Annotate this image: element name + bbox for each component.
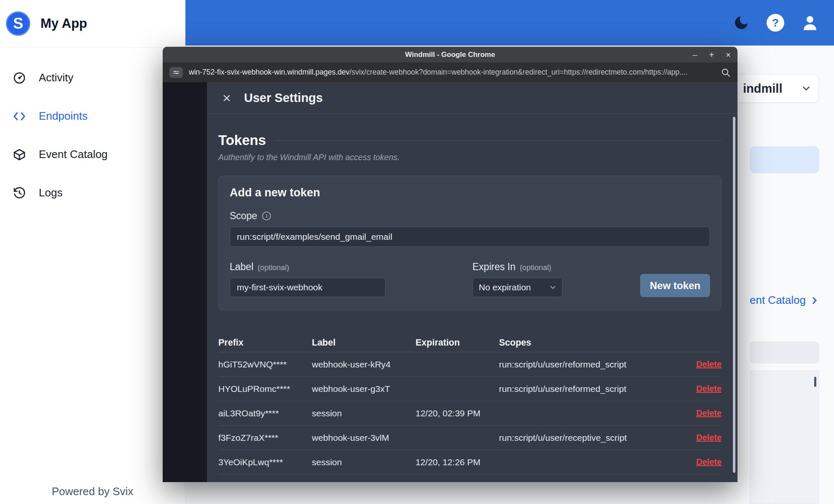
tokens-table: Prefix Label Expiration Scopes hGiT52wVN… [218,334,721,475]
code-brackets-icon [13,110,26,123]
sidebar-item-event-catalog[interactable]: Event Catalog [0,135,185,174]
add-token-card: Add a new token Scope i Label (optional) [218,176,721,310]
expires-select[interactable]: No expiration [472,278,563,297]
token-expiration [416,377,499,401]
token-label-input[interactable] [230,278,386,297]
minimize-button[interactable]: – [693,51,697,59]
token-expiration [416,426,499,450]
token-scopes: run:script/u/user/reformed_script [499,377,683,401]
sidebar-item-label: Event Catalog [39,148,107,161]
delete-token-link[interactable]: Delete [696,457,721,467]
modal-header: × User Settings [207,82,737,114]
close-modal-icon[interactable]: × [218,90,236,106]
user-account-icon[interactable] [801,14,819,32]
info-icon[interactable]: i [262,212,271,220]
delete-token-link[interactable]: Delete [696,408,721,418]
modal-scrollbar[interactable] [733,117,735,473]
history-clock-icon [13,186,26,200]
user-settings-modal: × User Settings Tokens Authentify to the… [207,82,737,482]
label-optional-hint: (optional) [257,263,289,272]
panel-scrollbar[interactable] [814,377,816,387]
browser-toolbar: win-752-fix-svix-webhook-win.windmill.pa… [163,62,737,82]
sidebar-item-logs[interactable]: Logs [0,174,185,212]
token-label: webhook-user-3vlM [312,426,416,450]
sidebar-item-label: Endpoints [39,110,88,123]
url-domain: win-752-fix-svix-webhook-win.windmill.pa… [189,68,349,76]
background-highlight-box [750,146,819,173]
token-prefix: f3FzoZ7raX**** [218,426,312,450]
add-token-title: Add a new token [230,186,710,199]
scope-label: Scope [230,210,257,222]
column-header-expiration: Expiration [416,334,499,352]
delete-token-link[interactable]: Delete [696,359,721,369]
column-header-actions [683,334,721,352]
desktop: { "app": { "brand": "My App", "sidebar":… [0,0,834,504]
app-title: My App [40,16,87,31]
tokens-subtitle: Authentify to the Windmill API with acce… [218,153,721,162]
org-select-label: indmill [743,82,782,96]
sidebar-nav: Activity Endpoints Event Catalog Logs [0,48,185,212]
expires-selected-value: No expiration [479,282,531,292]
chevron-down-icon [801,83,812,94]
scope-input[interactable] [230,227,710,247]
token-expiration: 12/20, 12:26 PM [416,450,499,475]
window-body: × User Settings Tokens Authentify to the… [163,82,737,482]
token-prefix: HYOLuPRomc**** [218,377,312,401]
expires-field-label: Expires In [472,261,515,273]
zoom-search-icon[interactable] [721,67,731,78]
new-token-button[interactable]: New token [640,274,710,297]
token-label: webhook-user-g3xT [312,377,416,401]
column-header-label: Label [312,334,416,352]
powered-by-svix: Powered by Svix [0,485,185,498]
background-row-box [750,341,819,364]
expires-optional-hint: (optional) [520,263,551,272]
token-scopes: run:script/u/user/receptive_script [499,426,683,450]
tokens-heading: Tokens [218,132,266,148]
token-label: session [312,450,416,475]
token-prefix: hGiT52wVNQ**** [218,352,312,377]
token-scopes: run:script/u/user/reformed_script [499,352,683,377]
token-scopes [499,401,683,426]
sidebar-item-endpoints[interactable]: Endpoints [0,97,185,135]
sidebar-item-label: Logs [39,186,62,199]
dark-mode-moon-icon[interactable] [733,14,750,31]
heading-divider [274,140,721,141]
token-prefix: aiL3ROat9y**** [218,401,312,426]
site-settings-icon[interactable] [169,67,183,78]
label-field-label: Label [230,261,253,273]
delete-token-link[interactable]: Delete [696,384,721,394]
token-expiration [416,352,499,377]
token-prefix: 3YeOiKpLwq**** [218,450,312,475]
modal-title: User Settings [244,91,323,105]
sidebar-item-label: Activity [39,71,73,84]
window-titlebar[interactable]: Windmill - Google Chrome – + × [163,47,737,62]
token-scopes [499,450,683,475]
event-catalog-link[interactable]: ent Catalog [750,294,820,307]
chrome-window: Windmill - Google Chrome – + × win-752-f… [163,47,737,482]
sidebar: S My App Activity Endpoints Event Catalo… [0,0,185,504]
close-window-button[interactable]: × [726,51,731,59]
token-label: webhook-user-kRy4 [312,352,416,377]
chevron-down-icon [549,283,557,292]
tokens-section: Tokens Authentify to the Windmill API wi… [207,132,737,475]
column-header-scopes: Scopes [499,334,683,352]
page-background-strip [163,82,207,482]
token-label: session [312,401,416,426]
background-panel [750,370,819,504]
org-select-windmill[interactable]: indmill [734,74,819,103]
event-catalog-link-label: ent Catalog [750,294,806,307]
app-logo-row: S My App [0,0,185,48]
window-title: Windmill - Google Chrome [405,51,495,59]
help-icon[interactable]: ? [767,14,784,32]
svix-logo-icon: S [6,11,30,36]
delete-token-link[interactable]: Delete [696,433,721,442]
url-path: /svix/create-webhook?domain=webhook-inte… [349,68,688,76]
maximize-button[interactable]: + [709,51,714,59]
column-header-prefix: Prefix [218,334,312,352]
sidebar-item-activity[interactable]: Activity [0,59,185,97]
token-expiration: 12/20, 02:39 PM [416,401,499,426]
address-bar[interactable]: win-752-fix-svix-webhook-win.windmill.pa… [189,68,715,77]
activity-gauge-icon [13,71,26,85]
app-topbar: ? [185,0,834,46]
package-box-icon [13,148,26,161]
